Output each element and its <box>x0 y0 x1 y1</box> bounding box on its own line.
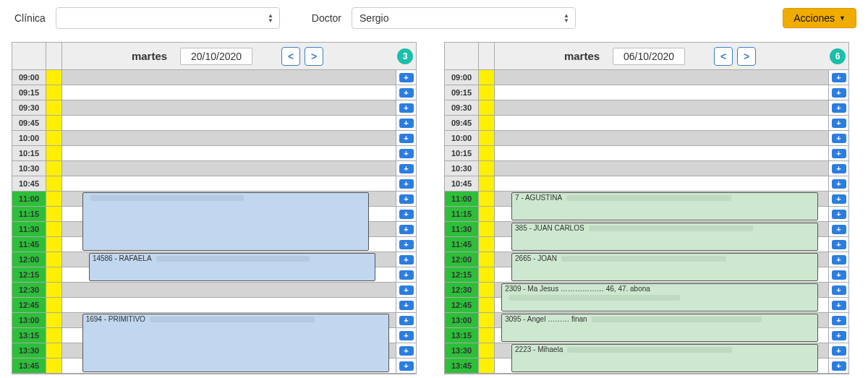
appointment-label: 1694 - PRIMITIVO <box>86 315 145 323</box>
add-appointment-button[interactable]: + <box>832 361 846 371</box>
add-cell: + <box>828 192 848 206</box>
add-appointment-button[interactable]: + <box>832 301 846 310</box>
time-label: 10:15 <box>445 146 479 160</box>
slot-cell[interactable] <box>62 146 396 160</box>
slot-cell[interactable] <box>495 131 828 145</box>
appointment[interactable]: 2223 - Mihaela <box>511 344 818 372</box>
add-appointment-button[interactable]: + <box>399 331 414 340</box>
add-appointment-button[interactable]: + <box>399 316 414 325</box>
appointment[interactable]: 385 - JUAN CARLOS <box>511 223 818 251</box>
add-appointment-button[interactable]: + <box>399 179 414 189</box>
slot-cell[interactable] <box>495 176 828 191</box>
add-appointment-button[interactable]: + <box>832 316 846 325</box>
add-appointment-button[interactable]: + <box>399 225 414 234</box>
calendar-body: 09:00+09:15+09:30+09:45+10:00+10:15+10:3… <box>445 70 848 374</box>
add-appointment-button[interactable]: + <box>832 240 846 249</box>
slot-cell[interactable] <box>495 146 828 160</box>
add-appointment-button[interactable]: + <box>832 179 846 189</box>
chevron-down-icon: ▼ <box>839 14 846 22</box>
prev-day-button[interactable]: < <box>714 47 733 66</box>
status-cell <box>479 237 495 252</box>
appointment[interactable] <box>82 192 369 251</box>
redacted-text <box>90 195 244 201</box>
slot-cell[interactable] <box>495 100 828 115</box>
add-appointment-button[interactable]: + <box>832 73 846 82</box>
time-label: 10:45 <box>12 176 46 191</box>
add-appointment-button[interactable]: + <box>832 194 846 204</box>
time-label: 10:15 <box>12 146 46 160</box>
calendar-body: 09:00+09:15+09:30+09:45+10:00+10:15+10:3… <box>12 70 416 374</box>
slot-cell[interactable] <box>62 70 396 85</box>
appointment[interactable]: 2309 - Ma Jesus ……………… 46, 47. abona <box>501 283 818 312</box>
add-appointment-button[interactable]: + <box>399 346 414 356</box>
add-appointment-button[interactable]: + <box>832 134 846 143</box>
add-appointment-button[interactable]: + <box>399 301 414 310</box>
add-appointment-button[interactable]: + <box>399 255 414 265</box>
add-appointment-button[interactable]: + <box>832 331 846 340</box>
doctor-select[interactable]: Sergio ▲▼ <box>352 7 576 29</box>
add-appointment-button[interactable]: + <box>832 149 846 158</box>
add-cell: + <box>396 192 416 206</box>
add-appointment-button[interactable]: + <box>832 103 846 113</box>
add-appointment-button[interactable]: + <box>399 134 414 143</box>
add-cell: + <box>828 100 848 115</box>
add-appointment-button[interactable]: + <box>832 119 846 128</box>
slot-cell[interactable] <box>495 70 828 85</box>
add-appointment-button[interactable]: + <box>399 210 414 219</box>
appointment[interactable]: 1694 - PRIMITIVO <box>82 314 389 372</box>
add-appointment-button[interactable]: + <box>832 270 846 280</box>
add-appointment-button[interactable]: + <box>832 346 846 356</box>
slot-cell[interactable] <box>62 131 396 145</box>
add-cell: + <box>396 298 416 312</box>
redacted-text <box>150 317 315 322</box>
time-label: 09:45 <box>12 116 46 130</box>
add-appointment-button[interactable]: + <box>832 210 846 219</box>
add-cell: + <box>396 358 416 373</box>
appointment[interactable]: 3095 - Angel ……… finan <box>501 314 818 342</box>
slot-cell[interactable] <box>62 283 396 297</box>
next-day-button[interactable]: > <box>305 47 323 66</box>
add-appointment-button[interactable]: + <box>399 285 414 295</box>
slot-cell[interactable] <box>62 100 396 115</box>
status-cell <box>46 192 62 206</box>
date-input[interactable]: 06/10/2020 <box>613 48 685 65</box>
slot-cell[interactable] <box>62 116 396 130</box>
add-appointment-button[interactable]: + <box>399 361 414 371</box>
status-cell <box>46 131 62 145</box>
add-appointment-button[interactable]: + <box>399 164 414 173</box>
add-appointment-button[interactable]: + <box>832 225 846 234</box>
slot-cell[interactable] <box>62 298 396 312</box>
add-appointment-button[interactable]: + <box>832 255 846 265</box>
slot-cell[interactable] <box>62 85 396 100</box>
slot-cell[interactable] <box>495 116 828 130</box>
add-appointment-button[interactable]: + <box>399 149 414 158</box>
date-input[interactable]: 20/10/2020 <box>180 48 252 65</box>
slot-cell[interactable] <box>62 161 396 176</box>
appointment[interactable]: 2665 - JOAN <box>511 253 818 281</box>
add-appointment-button[interactable]: + <box>399 88 414 98</box>
status-cell <box>479 222 495 236</box>
time-label: 09:00 <box>445 70 479 85</box>
add-appointment-button[interactable]: + <box>832 164 846 173</box>
add-appointment-button[interactable]: + <box>832 285 846 295</box>
next-day-button[interactable]: > <box>737 47 756 66</box>
clinic-select[interactable]: ▲▼ <box>56 7 280 29</box>
slot-cell[interactable] <box>62 176 396 191</box>
appointment[interactable]: 7 - AGUSTINA <box>511 192 818 220</box>
add-appointment-button[interactable]: + <box>832 88 846 98</box>
add-cell: + <box>396 161 416 176</box>
appointment[interactable]: 14586 - RAFAELA <box>89 253 375 281</box>
add-appointment-button[interactable]: + <box>399 240 414 249</box>
add-appointment-button[interactable]: + <box>399 119 414 128</box>
add-appointment-button[interactable]: + <box>399 270 414 280</box>
prev-day-button[interactable]: < <box>281 47 300 66</box>
add-appointment-button[interactable]: + <box>399 103 414 113</box>
add-cell: + <box>828 85 848 100</box>
add-appointment-button[interactable]: + <box>399 73 414 82</box>
redacted-text <box>566 195 731 201</box>
slot-cell[interactable] <box>495 161 828 176</box>
slot-cell[interactable] <box>495 85 828 100</box>
actions-button[interactable]: Acciones ▼ <box>783 8 856 28</box>
add-appointment-button[interactable]: + <box>399 194 414 204</box>
time-label: 09:30 <box>12 100 46 115</box>
